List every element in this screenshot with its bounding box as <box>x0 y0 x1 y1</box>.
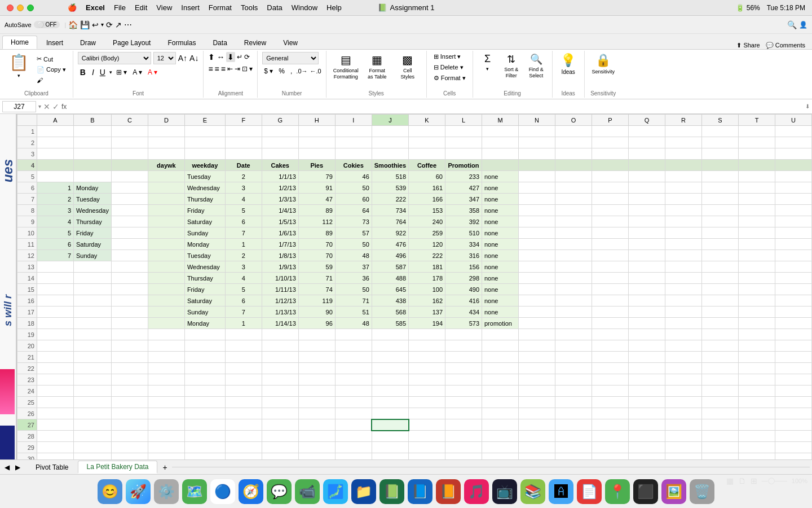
tab-view[interactable]: View <box>275 37 306 49</box>
dock-messages[interactable]: 💬 <box>267 479 292 504</box>
col-header-s[interactable]: S <box>702 115 739 126</box>
tab-data[interactable]: Data <box>205 37 235 49</box>
add-sheet-button[interactable]: + <box>158 461 172 474</box>
increase-font-btn[interactable]: A↑ <box>178 54 187 63</box>
dock-safari[interactable]: 🧭 <box>239 479 263 504</box>
insert-cells-button[interactable]: ⊞ Insert ▾ <box>431 52 464 62</box>
dock-maps-2[interactable]: 🗾 <box>323 479 348 504</box>
menu-help[interactable]: Help <box>326 3 342 12</box>
percent-btn[interactable]: % <box>277 67 286 76</box>
sensitivity-button[interactable]: 🔒 Sensitivity <box>589 52 617 76</box>
align-middle-btn[interactable]: ↔ <box>217 52 224 62</box>
format-table-button[interactable]: ▦ Formatas Table <box>363 52 391 81</box>
dock-files[interactable]: 📁 <box>351 479 376 504</box>
col-header-n[interactable]: N <box>519 115 555 126</box>
col-header-c[interactable]: C <box>111 115 148 126</box>
col-header-o[interactable]: O <box>555 115 592 126</box>
spreadsheet-grid[interactable]: A B C D E F G H I J K L M N O P Q <box>17 114 812 459</box>
redo-btn[interactable]: ⟳ <box>106 20 113 29</box>
underline-button[interactable]: U <box>98 67 107 77</box>
tab-draw[interactable]: Draw <box>72 37 104 49</box>
menu-edit[interactable]: Edit <box>135 3 147 12</box>
menu-insert[interactable]: Insert <box>181 3 200 12</box>
save-btn[interactable]: 💾 <box>80 20 90 29</box>
col-header-m[interactable]: M <box>482 115 519 126</box>
sheet-nav-right-btn[interactable]: ▶ <box>13 462 23 472</box>
sheet-tab-pivot-table[interactable]: Pivot Table <box>27 461 77 473</box>
formula-input[interactable] <box>69 102 803 112</box>
dock-finder[interactable]: 😊 <box>98 479 122 504</box>
conditional-formatting-button[interactable]: ▤ ConditionalFormatting <box>331 52 361 81</box>
cancel-formula-btn[interactable]: ✕ <box>43 102 50 111</box>
expand-formula-bar-btn[interactable]: ⬇ <box>805 103 810 110</box>
number-format-select[interactable]: General <box>262 52 319 64</box>
col-header-i[interactable]: I <box>335 115 372 126</box>
col-header-t[interactable]: T <box>739 115 775 126</box>
dock-music[interactable]: 🎵 <box>464 479 489 504</box>
autosave-toggle[interactable]: ⚪ OFF <box>34 21 60 28</box>
delete-cells-button[interactable]: ⊟ Delete ▾ <box>431 63 466 72</box>
dock-launchpad[interactable]: 🚀 <box>126 479 151 504</box>
tab-home[interactable]: Home <box>2 36 37 49</box>
bold-button[interactable]: B <box>78 67 88 78</box>
format-painter-button[interactable]: 🖌 <box>34 76 68 85</box>
col-header-q[interactable]: Q <box>629 115 665 126</box>
autosum-button[interactable]: Σ ▾ <box>478 52 498 73</box>
cell-styles-button[interactable]: ▩ CellStyles <box>394 52 422 81</box>
col-header-h[interactable]: H <box>298 115 335 126</box>
font-color-btn[interactable]: A ▾ <box>146 68 159 77</box>
indent-increase-btn[interactable]: ⇥ <box>235 65 240 73</box>
wrap-text-btn[interactable]: ↵ <box>237 53 242 61</box>
tab-insert[interactable]: Insert <box>38 37 71 49</box>
align-right-btn[interactable]: ≡ <box>221 64 226 73</box>
decrease-decimal-btn[interactable]: ←.0 <box>310 68 321 75</box>
dock-chrome[interactable]: 🔵 <box>210 479 235 504</box>
paste-button[interactable]: 📋 ▾ <box>5 52 33 80</box>
indent-decrease-btn[interactable]: ⇤ <box>227 65 233 73</box>
traffic-lights[interactable] <box>7 5 34 11</box>
insert-function-btn[interactable]: fx <box>61 103 67 111</box>
undo-btn[interactable]: ↩ <box>92 20 99 29</box>
col-header-u[interactable]: U <box>775 115 812 126</box>
font-family-select[interactable]: Calibri (Body) <box>78 52 151 64</box>
maximize-button[interactable] <box>27 5 34 11</box>
close-button[interactable] <box>7 5 14 11</box>
cell-reference-box[interactable] <box>2 101 36 112</box>
decrease-font-btn[interactable]: A↓ <box>189 54 198 63</box>
italic-button[interactable]: I <box>90 67 96 77</box>
align-left-btn[interactable]: ≡ <box>208 64 213 73</box>
cut-button[interactable]: ✂ Cut <box>34 54 68 64</box>
menu-file[interactable]: File <box>114 3 126 12</box>
undo-dropdown[interactable]: ▾ <box>101 21 104 28</box>
format-cells-button[interactable]: ⚙ Format ▾ <box>431 73 468 83</box>
dock-preview[interactable]: 🖼️ <box>661 479 686 504</box>
dock-system-prefs[interactable]: ⚙️ <box>154 479 179 504</box>
col-header-f[interactable]: F <box>225 115 262 126</box>
col-header-p[interactable]: P <box>592 115 629 126</box>
align-bottom-btn[interactable]: ⬇ <box>226 52 235 62</box>
minimize-button[interactable] <box>17 5 24 11</box>
col-header-j[interactable]: J <box>372 115 408 126</box>
dock-tv[interactable]: 📺 <box>492 479 517 504</box>
dock-maps[interactable]: 🗺️ <box>182 479 207 504</box>
tab-page-layout[interactable]: Page Layout <box>105 37 158 49</box>
tab-review[interactable]: Review <box>236 37 274 49</box>
align-center-btn[interactable]: ≡ <box>215 64 219 73</box>
dock-books[interactable]: 📚 <box>520 479 545 504</box>
menu-window[interactable]: Window <box>292 3 317 12</box>
font-size-select[interactable]: 12 <box>153 52 176 64</box>
share-ribbon-btn[interactable]: ⬆ Share <box>736 42 760 49</box>
search-icon[interactable]: 🔍 <box>787 20 797 29</box>
share-arrow[interactable]: ↗ <box>115 20 122 29</box>
align-top-btn[interactable]: ⬆ <box>208 52 215 62</box>
menu-view[interactable]: View <box>156 3 172 12</box>
more-qa[interactable]: ⋯ <box>124 20 132 29</box>
confirm-formula-btn[interactable]: ✓ <box>52 102 59 111</box>
dock-trash[interactable]: 🗑️ <box>690 479 714 504</box>
merge-cells-btn[interactable]: ⊡ ▾ <box>242 65 253 73</box>
menu-data[interactable]: Data <box>267 3 282 12</box>
find-select-button[interactable]: 🔍 Find &Select <box>525 52 548 80</box>
col-header-b[interactable]: B <box>74 115 112 126</box>
col-header-e[interactable]: E <box>184 115 225 126</box>
dock-word[interactable]: 📘 <box>408 479 433 504</box>
